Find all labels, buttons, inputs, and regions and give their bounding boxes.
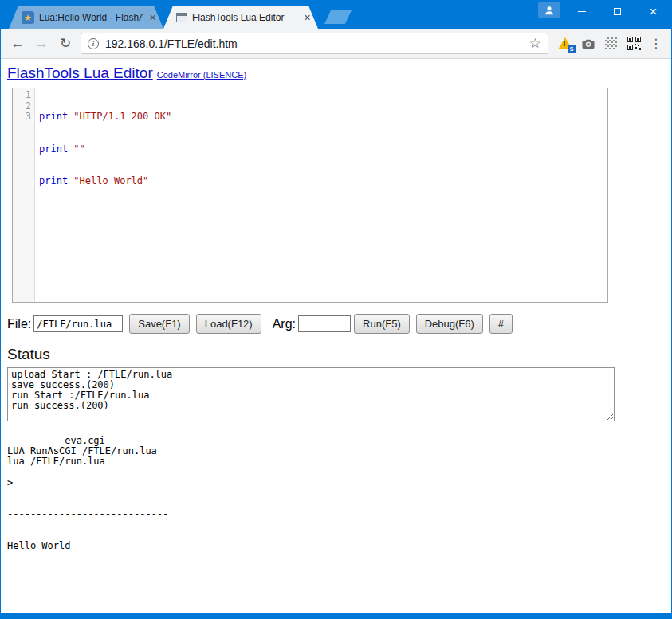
file-label: File:: [7, 317, 31, 331]
lua-string: "HTTP/1.1 200 OK": [73, 111, 171, 122]
forward-icon: →: [35, 36, 49, 52]
line-number: 2: [13, 101, 31, 112]
tab-lua-hello-world[interactable]: ★ Lua:Hello World - FlashA ×: [9, 6, 163, 29]
lua-keyword: print: [39, 175, 68, 186]
reload-button[interactable]: ↻: [53, 32, 77, 56]
back-button[interactable]: ←: [6, 32, 29, 56]
file-input[interactable]: [33, 315, 123, 332]
minimize-icon: [578, 11, 586, 12]
run-button[interactable]: Run(F5): [354, 314, 410, 334]
debug-button[interactable]: Debug(F6): [416, 314, 483, 334]
warning-extension-icon[interactable]: ! S: [553, 33, 576, 55]
status-heading: Status: [7, 346, 665, 363]
hash-button[interactable]: #: [489, 314, 513, 334]
checkerboard-icon: [605, 37, 617, 49]
address-bar[interactable]: i 192.168.0.1/FTLE/edit.htm ☆: [81, 33, 548, 54]
code-line: print "Hello World": [39, 176, 171, 187]
forward-button[interactable]: →: [29, 32, 53, 56]
close-button[interactable]: ×: [635, 0, 671, 22]
line-number: 1: [13, 90, 31, 101]
window-bottom-border: [1, 613, 671, 619]
maximize-icon: [614, 8, 621, 15]
qr-code-icon: [627, 37, 641, 50]
page-title-link[interactable]: FlashTools Lua Editor: [7, 65, 153, 81]
dither-extension-button[interactable]: [599, 33, 623, 55]
url-text: 192.168.0.1/FTLE/edit.htm: [105, 37, 523, 50]
qr-extension-button[interactable]: [623, 33, 646, 55]
browser-window: ★ Lua:Hello World - FlashA × FlashTools …: [0, 0, 672, 619]
arg-label: Arg:: [273, 317, 296, 331]
editor-controls: File: Save(F1) Load(F12) Arg: Run(F5) De…: [7, 314, 665, 334]
tab-flashtools-editor[interactable]: FlashTools Lua Editor ×: [163, 6, 318, 29]
title-bar: ★ Lua:Hello World - FlashA × FlashTools …: [1, 0, 671, 29]
tab-close-icon[interactable]: ×: [301, 12, 313, 23]
codemirror-license-link[interactable]: CodeMirror (LISENCE): [157, 70, 246, 80]
exclamation-icon: !: [564, 40, 567, 48]
browser-menu-button[interactable]: ⋮: [646, 33, 666, 55]
page-favicon-icon: [176, 13, 187, 22]
status-log-textarea[interactable]: upload Start : /FTLE/run.lua save succes…: [7, 367, 615, 421]
tab-title: Lua:Hello World - FlashA: [39, 12, 143, 23]
caption-buttons: ×: [564, 0, 671, 22]
lua-keyword: print: [39, 143, 68, 155]
tab-close-icon[interactable]: ×: [147, 12, 159, 23]
tab-title: FlashTools Lua Editor: [192, 12, 298, 23]
page-info-icon[interactable]: i: [88, 38, 99, 49]
code-area: print "HTTP/1.1 200 OK" print "" print "…: [35, 88, 171, 302]
lua-string: "": [73, 143, 84, 155]
code-line: print "": [39, 144, 171, 155]
camera-icon: [581, 37, 595, 51]
reload-icon: ↻: [60, 35, 71, 52]
browser-toolbar: ← → ↻ i 192.168.0.1/FTLE/edit.htm ☆ ! S: [1, 29, 671, 59]
line-number-gutter: 1 2 3: [13, 88, 35, 302]
line-number: 3: [13, 112, 31, 123]
tab-strip: ★ Lua:Hello World - FlashA × FlashTools …: [9, 4, 348, 29]
bookmark-star-icon[interactable]: ☆: [529, 35, 541, 52]
code-editor[interactable]: 1 2 3 print "HTTP/1.1 200 OK" print "" p…: [12, 88, 608, 303]
minimize-button[interactable]: [564, 0, 599, 22]
lua-string: "Hello World": [73, 175, 148, 186]
back-icon: ←: [11, 36, 25, 52]
menu-dots-icon: ⋮: [650, 36, 662, 51]
arg-input[interactable]: [298, 315, 351, 332]
save-button[interactable]: Save(F1): [129, 314, 189, 334]
star-favicon-icon: ★: [22, 11, 34, 24]
close-icon: ×: [650, 5, 658, 18]
page-content: FlashTools Lua EditorCodeMirror (LISENCE…: [1, 59, 671, 613]
warning-badge: S: [568, 45, 576, 53]
cgi-output-text: --------- eva.cgi --------- LUA_RunAsCGI…: [7, 436, 665, 551]
page-header: FlashTools Lua EditorCodeMirror (LISENCE…: [7, 65, 665, 82]
maximize-button[interactable]: [599, 0, 635, 22]
person-icon: [544, 5, 555, 16]
profile-icon[interactable]: [538, 2, 560, 18]
load-button[interactable]: Load(F12): [196, 314, 261, 334]
camera-extension-button[interactable]: [576, 33, 599, 55]
new-tab-button[interactable]: [324, 10, 352, 24]
code-line: print "HTTP/1.1 200 OK": [39, 112, 171, 123]
lua-keyword: print: [39, 111, 68, 122]
